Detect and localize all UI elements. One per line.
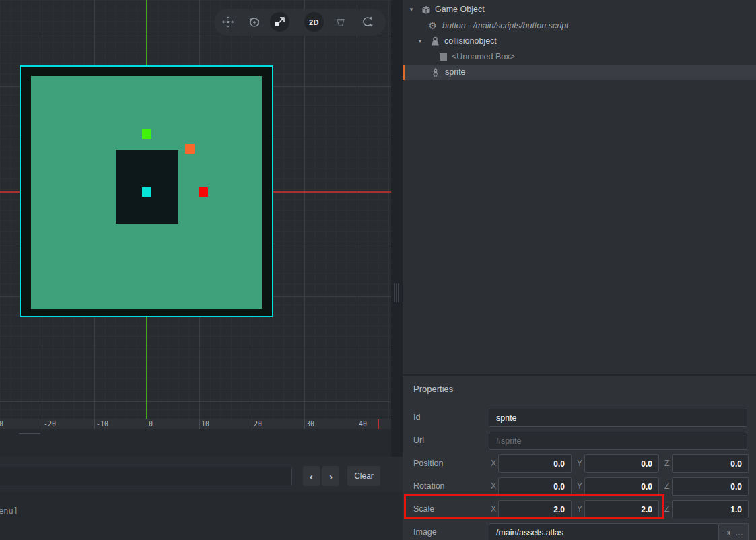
scale-tool-button[interactable] bbox=[270, 12, 289, 32]
gear-icon: ⚙ bbox=[427, 21, 438, 31]
rotate-tool-button[interactable] bbox=[244, 12, 264, 32]
rotation-z-input[interactable]: 0.0 bbox=[672, 477, 749, 496]
expander-icon[interactable]: ▼ bbox=[409, 7, 414, 13]
camera-orbit-icon bbox=[361, 15, 374, 28]
url-input[interactable]: #sprite bbox=[489, 432, 747, 450]
scale-x-input[interactable]: 2.0 bbox=[498, 500, 572, 518]
frustum-culling-button[interactable] bbox=[331, 12, 350, 32]
rotation-y-input[interactable]: 0.0 bbox=[584, 477, 659, 496]
move-tool-button[interactable] bbox=[218, 12, 238, 32]
outline-row-collisionobject[interactable]: ▼ collisionobject bbox=[403, 34, 756, 49]
ruler-tick bbox=[199, 419, 200, 429]
image-input[interactable]: /main/assets.atlas bbox=[489, 523, 719, 540]
outline-row-game-object[interactable]: ▼ Game Object bbox=[403, 2, 756, 18]
ruler-tick-label: -10 bbox=[96, 420, 108, 428]
next-result-button[interactable]: › bbox=[322, 466, 339, 486]
url-label: Url bbox=[413, 436, 424, 445]
outline-row-sprite[interactable]: sprite bbox=[403, 65, 756, 80]
image-label: Image bbox=[413, 527, 437, 537]
scale-y-input[interactable]: 2.0 bbox=[584, 500, 659, 518]
outline-label: <Unnamed Box> bbox=[452, 52, 515, 61]
ruler-tick-label: 30 bbox=[306, 420, 314, 428]
splitter-grip-line[interactable] bbox=[19, 433, 40, 434]
console-text: enu] bbox=[0, 506, 18, 516]
axis-z-label: Z bbox=[664, 504, 669, 514]
splitter-grip-line bbox=[394, 283, 395, 302]
horizontal-ruler: -30-20-10010203040 bbox=[0, 419, 391, 429]
position-label: Position bbox=[413, 459, 443, 468]
rotation-label: Rotation bbox=[413, 481, 445, 491]
scene-viewport[interactable]: 2D bbox=[0, 0, 391, 419]
outline-panel: ▼ Game Object ⚙ button - /main/scripts/b… bbox=[403, 0, 756, 540]
splitter-grip-line[interactable] bbox=[19, 436, 40, 436]
box-icon bbox=[438, 52, 448, 62]
selection-bounds bbox=[20, 65, 273, 317]
browse-more-icon[interactable]: … bbox=[735, 528, 743, 537]
mode-2d-label: 2D bbox=[309, 18, 319, 26]
axis-y-label: Y bbox=[577, 504, 582, 514]
chevron-right-icon: › bbox=[329, 471, 333, 482]
id-label: Id bbox=[413, 413, 420, 422]
scale-label: Scale bbox=[413, 504, 434, 514]
jump-to-resource-icon[interactable]: ⇥ bbox=[724, 528, 730, 537]
position-z-input[interactable]: 0.0 bbox=[672, 454, 749, 473]
camera-orbit-button[interactable] bbox=[357, 12, 377, 32]
properties-panel: Properties Id sprite Url #sprite Positio… bbox=[403, 374, 756, 540]
move-icon bbox=[221, 15, 234, 28]
scale-z-input[interactable]: 1.0 bbox=[672, 500, 749, 518]
expander-icon[interactable]: ▼ bbox=[417, 38, 423, 44]
scale-icon bbox=[274, 16, 285, 28]
axis-x-label: X bbox=[491, 459, 496, 468]
ruler-tick bbox=[357, 419, 357, 429]
rotate-icon bbox=[248, 16, 261, 28]
rotation-x-input[interactable]: 0.0 bbox=[498, 477, 572, 496]
scene-toolbar: 2D bbox=[214, 9, 386, 36]
ruler-tick bbox=[252, 419, 252, 429]
ruler-tick-label: -20 bbox=[44, 420, 56, 428]
outline-label: button - /main/scripts/button.script bbox=[442, 21, 569, 30]
outline-row-button-script[interactable]: ⚙ button - /main/scripts/button.script bbox=[403, 18, 756, 34]
splitter-grip-line bbox=[398, 283, 399, 302]
ruler-tick-label: 0 bbox=[149, 420, 153, 428]
ruler-tick-label: -30 bbox=[0, 420, 3, 428]
viewport-lower-strip bbox=[0, 429, 391, 457]
position-x-input[interactable]: 0.0 bbox=[498, 454, 572, 473]
panel-splitter[interactable] bbox=[391, 0, 403, 457]
cube-icon bbox=[421, 5, 431, 15]
axis-x-label: X bbox=[491, 481, 496, 491]
axis-y-label: Y bbox=[577, 459, 582, 468]
rocket-icon bbox=[430, 67, 440, 77]
editor-window: 2D bbox=[0, 0, 756, 540]
mode-2d-button[interactable]: 2D bbox=[304, 12, 324, 32]
frustum-icon bbox=[335, 16, 347, 28]
prev-result-button[interactable]: ‹ bbox=[303, 466, 320, 486]
ruler-tick-label: 40 bbox=[359, 420, 367, 428]
id-input[interactable]: sprite bbox=[489, 409, 747, 427]
ruler-tick-label: 20 bbox=[254, 420, 262, 428]
ruler-cursor-marker bbox=[378, 419, 379, 429]
outline-label: Game Object bbox=[435, 5, 485, 14]
console-output[interactable]: enu] bbox=[0, 492, 403, 540]
properties-header: Properties bbox=[413, 384, 453, 394]
console-toolbar: ‹ › Clear bbox=[0, 457, 403, 492]
axis-y-label: Y bbox=[577, 481, 582, 491]
console-filter-input[interactable] bbox=[0, 467, 292, 485]
axis-x-label: X bbox=[491, 504, 496, 514]
ruler-tick-label: 10 bbox=[201, 420, 209, 428]
image-field-buttons: ⇥ … bbox=[719, 523, 749, 540]
ruler-tick bbox=[304, 419, 305, 429]
outline-label: sprite bbox=[445, 67, 466, 77]
axis-z-label: Z bbox=[664, 481, 669, 491]
position-y-input[interactable]: 0.0 bbox=[584, 454, 659, 473]
ruler-tick bbox=[147, 419, 147, 429]
ruler-tick bbox=[42, 419, 42, 429]
splitter-grip-line bbox=[396, 283, 397, 302]
clear-button[interactable]: Clear bbox=[347, 466, 380, 486]
outline-row-unnamed-box[interactable]: <Unnamed Box> bbox=[403, 49, 756, 65]
axis-z-label: Z bbox=[664, 459, 669, 468]
collision-icon bbox=[430, 36, 440, 46]
outline-label: collisionobject bbox=[444, 36, 497, 46]
chevron-left-icon: ‹ bbox=[310, 471, 313, 482]
ruler-tick bbox=[94, 419, 95, 429]
